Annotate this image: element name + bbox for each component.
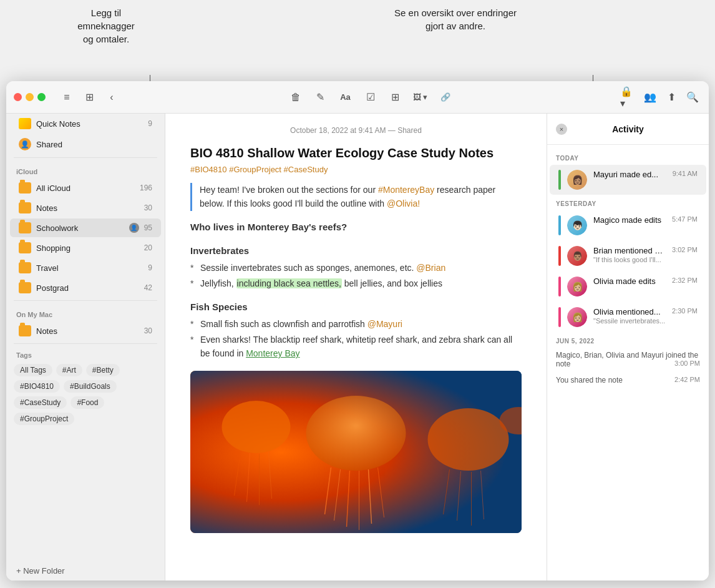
tag-buildgoals[interactable]: #BuildGoals [64,380,117,393]
font-icon[interactable]: Aa [337,89,354,106]
note-tags[interactable]: #BIO4810 #GroupProject #CaseStudy [190,165,522,174]
list-view-icon[interactable]: ≡ [58,89,75,106]
sidebar-item-travel[interactable]: Travel 9 [10,258,161,277]
quick-notes-count: 9 [148,119,152,128]
notes-mac-count: 30 [144,326,152,335]
grid-view-icon[interactable]: ⊞ [80,89,98,106]
tag-groupproject[interactable]: #GroupProject [14,413,74,425]
activity-item-mayuri[interactable]: 👩🏽 Mayuri made ed... 9:41 AM [550,165,706,195]
share-icon[interactable]: ⬆ [663,89,680,106]
activity-item-olivia-edits[interactable]: 👩🏼 Olivia made edits 2:32 PM [550,272,706,301]
new-folder-label: + New Folder [16,566,65,576]
checklist-icon[interactable]: ☑ [362,89,379,106]
back-icon[interactable]: ‹ [103,89,120,106]
activity-item-brian[interactable]: 👨🏽 Brian mentioned L... "If this looks g… [550,241,706,271]
sidebar-item-shared[interactable]: 👤 Shared [10,134,161,154]
link-monterey-bay[interactable]: Monterey Bay [246,348,299,358]
activity-close-button[interactable]: × [556,124,567,135]
schoolwork-label: Schoolwork [36,223,124,233]
activity-item-olivia-mention[interactable]: 👩🏼 Olivia mentioned... "Sessile inverteb… [550,302,706,332]
shopping-count: 20 [144,243,152,252]
avatar-olivia-2: 👩🏼 [567,307,587,327]
note-area: October 18, 2022 at 9:41 AM — Shared BIO… [165,114,547,581]
invertebrates-list: Sessile invertebrates such as sponges, a… [190,261,522,291]
tag-food[interactable]: #Food [71,396,104,409]
callout-top-left: Legg til emneknagger og omtaler. [50,6,162,46]
olivia-mention-preview: "Sessile invertebrates... [593,317,666,325]
sidebar-item-shopping[interactable]: Shopping 20 [10,238,161,257]
mention-monterey: #MontereyBay [378,185,434,195]
schoolwork-count: 95 [144,223,152,232]
icloud-section-label: iCloud [6,160,165,178]
note-content: October 18, 2022 at 9:41 AM — Shared BIO… [165,114,547,581]
sidebar-item-all-icloud[interactable]: All iCloud 196 [10,179,161,197]
tags-section: Tags All Tags #Art #Betty #BIO4810 #Buil… [6,346,165,430]
collab-icon[interactable]: 👥 [641,89,659,106]
tag-bio4810[interactable]: #BIO4810 [14,380,60,393]
mac-section-label: On My Mac [6,303,165,321]
sidebar-item-schoolwork[interactable]: Schoolwork 👤 95 [10,218,161,237]
tag-betty[interactable]: #Betty [86,364,120,376]
shared-text: You shared the note [556,376,623,385]
notes-icloud-count: 30 [144,203,152,212]
mention-brian: @Brian [416,263,445,273]
delete-icon[interactable]: 🗑 [287,89,304,106]
activity-info-olivia-edits: Olivia made edits [593,277,666,286]
sidebar: Quick Notes 9 👤 Shared iCloud All iCloud… [6,114,165,581]
mention-olivia: @Olivia! [387,198,420,208]
olivia-mention-name: Olivia mentioned... [593,307,666,316]
activity-joined: Magico, Brian, Olivia and Mayuri joined … [547,347,709,372]
schoolwork-icon [19,222,31,233]
activity-info-magico: Magico made edits [593,215,666,225]
activity-bar-mayuri [558,170,561,190]
activity-info-olivia-mention: Olivia mentioned... "Sessile invertebrat… [593,307,666,325]
divider-3 [14,343,157,344]
avatar-brian: 👨🏽 [567,246,587,266]
lock-icon[interactable]: 🔒 ▾ [620,89,638,106]
postgrad-count: 42 [144,283,152,292]
activity-bar-magico [558,215,561,235]
sidebar-item-postgrad[interactable]: Postgrad 42 [10,278,161,297]
notes-mac-icon [19,325,31,336]
tag-all-tags[interactable]: All Tags [14,364,52,376]
notes-mac-label: Notes [36,326,139,336]
shared-label: Shared [36,140,152,149]
schoolwork-person-badge: 👤 [129,223,139,233]
sidebar-item-notes-icloud[interactable]: Notes 30 [10,198,161,217]
search-icon[interactable]: 🔍 [684,89,701,106]
activity-item-magico[interactable]: 👦🏻 Magico made edits 5:47 PM [550,210,706,240]
new-folder-button[interactable]: + New Folder [6,561,165,581]
sidebar-item-notes-mac[interactable]: Notes 30 [10,321,161,340]
invertebrates-item-2: Jellyfish, including black sea nettles, … [190,277,522,290]
note-indent-block: Hey team! I've broken out the sections f… [190,183,522,211]
activity-scroll[interactable]: TODAY 👩🏽 Mayuri made ed... 9:41 AM YESTE… [547,145,709,581]
notes-icloud-icon [19,202,31,213]
traffic-lights [14,93,46,101]
sidebar-item-quick-notes[interactable]: Quick Notes 9 [10,114,161,133]
activity-bar-olivia-mention [558,307,561,327]
note-date: October 18, 2022 at 9:41 AM — Shared [190,126,522,135]
tags-label: Tags [14,351,157,359]
note-body: Hey team! I've broken out the sections f… [190,183,522,361]
maximize-button[interactable] [37,93,46,101]
table-icon[interactable]: ⊞ [387,89,404,106]
tag-art[interactable]: #Art [56,364,82,376]
link-icon[interactable]: 🔗 [437,89,454,106]
close-button[interactable] [14,93,22,101]
image-icon[interactable]: 🖼 ▾ [412,89,429,106]
brian-name: Brian mentioned L... [593,246,666,255]
toolbar-left: ≡ ⊞ ‹ [58,89,120,106]
edit-icon[interactable]: ✎ [312,89,329,106]
minimize-button[interactable] [26,93,34,101]
tag-casestudy[interactable]: #CaseStudy [14,396,67,409]
avatar-olivia: 👩🏼 [567,277,587,296]
callout-top-right: Se en oversikt over endringer gjort av a… [337,6,574,32]
activity-info-brian: Brian mentioned L... "If this looks good… [593,246,666,263]
activity-yesterday-label: YESTERDAY [547,195,709,210]
avatar-mayuri: 👩🏽 [567,170,587,190]
note-title[interactable]: BIO 4810 Shallow Water Ecology Case Stud… [190,145,522,161]
sidebar-spacer [6,430,165,561]
activity-title: Activity [612,124,644,134]
jellyfish-image [190,371,522,533]
travel-label: Travel [36,263,143,273]
